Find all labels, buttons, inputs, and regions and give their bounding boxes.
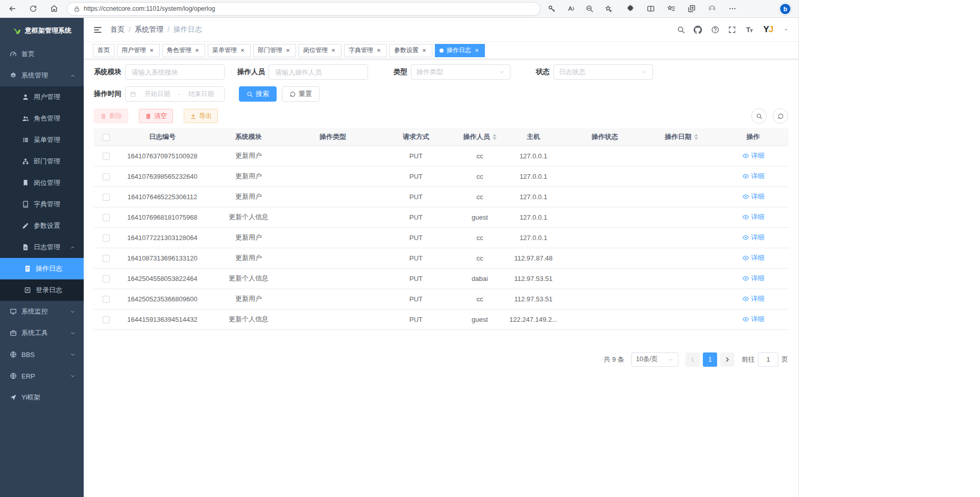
row-checkbox[interactable] [103, 214, 110, 221]
hamburger-icon[interactable] [93, 25, 103, 35]
page-size-select[interactable]: 10条/页 [631, 352, 678, 367]
sidebar-item[interactable]: 岗位管理 [0, 172, 84, 194]
close-icon[interactable]: × [239, 47, 246, 54]
goto-page-input[interactable] [758, 352, 778, 367]
sidebar-item[interactable]: 字典管理 [0, 194, 84, 215]
sidebar-item[interactable]: 操作日志 [0, 258, 84, 279]
sidebar-item[interactable]: 角色管理 [0, 108, 84, 129]
sidebar-item[interactable]: 系统管理 [0, 65, 84, 86]
question-icon[interactable] [711, 26, 720, 34]
read-aloud-icon[interactable] [564, 2, 577, 16]
tab[interactable]: 用户管理× [117, 44, 160, 57]
close-icon[interactable]: × [284, 47, 291, 54]
row-checkbox[interactable] [103, 316, 110, 323]
tab[interactable]: 操作日志× [435, 44, 485, 57]
ellipsis-icon[interactable] [725, 2, 739, 16]
collections-icon[interactable] [684, 2, 698, 16]
sidebar-item[interactable]: 系统监控 [0, 301, 84, 322]
detail-link[interactable]: 详细 [742, 233, 765, 242]
tab[interactable]: 参数设置× [389, 44, 432, 57]
detail-link[interactable]: 详细 [742, 151, 765, 160]
split-screen-icon[interactable] [644, 2, 657, 16]
favorite-add-icon[interactable] [601, 2, 615, 16]
type-select[interactable]: 操作类型 [411, 64, 510, 80]
tab[interactable]: 字典管理× [344, 44, 387, 57]
essentials-icon[interactable] [623, 2, 637, 16]
tab[interactable]: 角色管理× [162, 44, 205, 57]
row-checkbox[interactable] [103, 194, 110, 201]
export-button[interactable]: 导出 [184, 109, 218, 123]
sidebar-item[interactable]: 用户管理 [0, 86, 84, 108]
github-icon[interactable] [694, 26, 702, 34]
close-icon[interactable]: × [330, 47, 337, 54]
detail-link[interactable]: 详细 [742, 192, 765, 201]
detail-link[interactable]: 详细 [742, 253, 765, 263]
cell-type [291, 146, 375, 166]
avatar[interactable]: Y J [761, 22, 776, 37]
breadcrumb-item[interactable]: 首页 [110, 25, 125, 34]
sidebar-item[interactable]: 首页 [0, 43, 84, 65]
sidebar-item[interactable]: 登录日志 [0, 279, 84, 301]
page-number-button[interactable]: 1 [703, 352, 717, 367]
font-size-icon[interactable] [745, 26, 754, 34]
key-icon[interactable] [545, 2, 558, 16]
tab[interactable]: 岗位管理× [299, 44, 341, 57]
search-icon[interactable] [677, 26, 685, 34]
tab[interactable]: 首页 [93, 44, 114, 57]
close-icon[interactable]: × [473, 47, 480, 54]
favorites-bar-icon[interactable] [664, 2, 678, 16]
reset-button[interactable]: 重置 [282, 86, 320, 102]
detail-link[interactable]: 详细 [742, 172, 765, 181]
row-checkbox[interactable] [103, 173, 110, 180]
profile-icon[interactable] [705, 2, 719, 16]
close-icon[interactable]: × [421, 47, 428, 54]
tab[interactable]: 菜单管理× [208, 44, 251, 57]
search-button[interactable]: 搜索 [239, 86, 277, 102]
row-checkbox[interactable] [103, 234, 110, 242]
row-checkbox[interactable] [103, 153, 110, 160]
fullscreen-icon[interactable] [728, 26, 737, 34]
select-all-checkbox[interactable] [103, 134, 110, 141]
prev-page-button[interactable] [685, 352, 700, 367]
operator-input[interactable] [268, 64, 368, 80]
row-checkbox[interactable] [103, 255, 110, 262]
module-input[interactable] [125, 64, 225, 80]
zoom-out-icon[interactable] [582, 2, 596, 16]
home-icon[interactable] [47, 2, 61, 16]
sidebar-item[interactable]: 参数设置 [0, 215, 84, 236]
bing-icon[interactable]: b [778, 2, 792, 16]
close-icon[interactable]: × [193, 47, 201, 54]
sidebar-item[interactable]: 日志管理 [0, 236, 84, 258]
close-icon[interactable]: × [375, 47, 382, 54]
next-page-button[interactable] [720, 352, 734, 367]
date-range-picker[interactable]: 开始日期 - 结束日期 [125, 86, 225, 102]
sidebar-item[interactable]: 部门管理 [0, 151, 84, 172]
close-icon[interactable]: × [148, 47, 155, 54]
column-header[interactable]: 操作人员 [457, 128, 502, 146]
sort-icon[interactable] [694, 134, 698, 140]
sidebar-item[interactable]: Yi框架 [0, 387, 84, 408]
clear-button[interactable]: 清空 [139, 109, 173, 123]
sort-icon[interactable] [493, 134, 497, 140]
sidebar-item[interactable]: BBS [0, 344, 84, 365]
detail-link[interactable]: 详细 [742, 315, 765, 324]
refresh-table-button[interactable] [773, 108, 788, 124]
row-checkbox[interactable] [103, 275, 110, 282]
address-bar[interactable]: https://ccnetcore.com:1101/system/log/op… [67, 2, 541, 16]
sidebar-item[interactable]: ERP [0, 365, 84, 387]
sidebar-item[interactable]: 系统工具 [0, 322, 84, 344]
caret-down-icon[interactable] [783, 27, 789, 33]
delete-button[interactable]: 删除 [94, 109, 128, 123]
show-search-toggle-button[interactable] [751, 108, 767, 124]
refresh-icon[interactable] [26, 2, 40, 16]
detail-link[interactable]: 详细 [742, 274, 765, 283]
detail-link[interactable]: 详细 [742, 212, 765, 222]
breadcrumb-item[interactable]: 系统管理 [135, 25, 163, 34]
status-select[interactable]: 日志状态 [553, 64, 653, 80]
detail-link[interactable]: 详细 [742, 294, 765, 303]
back-icon[interactable] [5, 2, 19, 16]
row-checkbox[interactable] [103, 296, 110, 303]
tab[interactable]: 部门管理× [253, 44, 296, 57]
column-header[interactable]: 操作日期 [645, 128, 718, 146]
sidebar-item[interactable]: 菜单管理 [0, 129, 84, 151]
